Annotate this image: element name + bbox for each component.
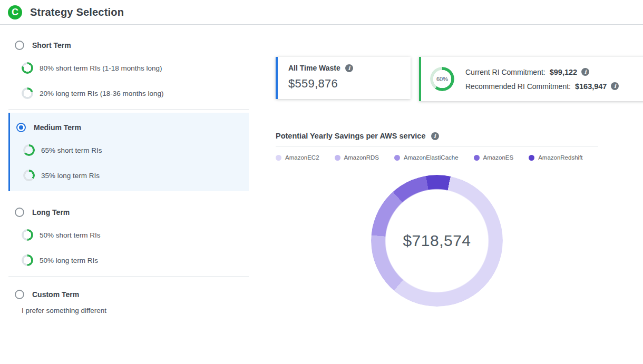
info-icon[interactable]: i — [345, 64, 353, 72]
custom-term-note: I prefer something different — [8, 304, 249, 323]
allocation-ring-icon — [22, 87, 33, 99]
allocation-ring-icon — [22, 229, 33, 241]
strategy-label: Custom Term — [32, 290, 79, 299]
strategy-group-long-term: Long Term50% short term RIs50% long term… — [8, 198, 249, 277]
strategy-option-short-term[interactable]: Short Term — [8, 31, 249, 55]
strategy-group-short-term: Short Term80% short term RIs (1-18 month… — [8, 31, 249, 110]
allocation-label: 80% short term RIs (1-18 months long) — [40, 64, 162, 72]
legend-label: AmazonRDS — [344, 154, 379, 161]
ri-commitment-rows: Current RI Commitment:$99,122iRecommende… — [465, 68, 619, 91]
allocation-option: 35% long term RIs — [10, 163, 249, 188]
all-time-waste-card: All Time Waste i $559,876 — [276, 57, 411, 99]
allocation-option: 20% long term RIs (18-36 months long) — [8, 81, 249, 106]
legend-item[interactable]: AmazonRedshift — [529, 154, 582, 161]
allocation-label: 50% long term RIs — [40, 257, 98, 264]
header: C Strategy Selection — [0, 0, 643, 25]
legend-dot — [335, 155, 340, 161]
app-logo-icon: C — [8, 5, 22, 19]
legend-label: AmazonEC2 — [285, 154, 319, 161]
legend-label: AmazonES — [483, 154, 514, 161]
commitment-value: $163,947 — [575, 82, 607, 91]
strategy-option-custom-term[interactable]: Custom Term — [8, 280, 249, 304]
legend-item[interactable]: AmazonEC2 — [276, 154, 319, 161]
page-title: Strategy Selection — [30, 6, 124, 18]
strategy-option-medium-term[interactable]: Medium Term — [10, 113, 249, 137]
allocation-option: 50% long term RIs — [8, 248, 249, 273]
radio-unselected-icon[interactable] — [15, 290, 24, 299]
strategy-label: Short Term — [32, 41, 71, 50]
chart-title: Potential Yearly Savings per AWS service — [276, 132, 426, 140]
ri-commitment-row: Current RI Commitment:$99,122i — [465, 68, 619, 76]
legend-label: AmazonRedshift — [538, 154, 582, 161]
commitment-value: $99,122 — [550, 68, 577, 76]
allocation-label: 50% short term RIs — [40, 231, 101, 239]
strategy-option-long-term[interactable]: Long Term — [8, 198, 249, 222]
radio-unselected-icon[interactable] — [15, 41, 24, 50]
legend-item[interactable]: AmazonES — [474, 154, 514, 161]
ri-commitment-row: Recommended RI Commitment:$163,947i — [465, 82, 619, 91]
allocation-option: 80% short term RIs (1-18 months long) — [8, 55, 249, 81]
info-icon[interactable]: i — [611, 82, 619, 90]
allocation-label: 20% long term RIs (18-36 months long) — [40, 90, 164, 97]
allocation-ring-icon — [23, 144, 35, 156]
legend-dot — [474, 155, 480, 161]
allocation-label: 65% short term RIs — [41, 146, 102, 154]
strategy-group-custom-term: Custom TermI prefer something different — [8, 280, 249, 326]
savings-chart-section: Potential Yearly Savings per AWS service… — [276, 132, 598, 307]
strategy-label: Long Term — [32, 208, 70, 217]
legend-dot — [529, 155, 534, 161]
all-time-waste-value: $559,876 — [288, 77, 400, 91]
legend-dot — [276, 155, 281, 161]
allocation-option: 65% short term RIs — [10, 137, 249, 163]
chart-legend: AmazonEC2AmazonRDSAmazonElastiCacheAmazo… — [276, 154, 598, 161]
gauge-percent-label: 60% — [430, 67, 454, 91]
strategy-label: Medium Term — [34, 123, 81, 132]
allocation-option: 50% short term RIs — [8, 222, 249, 248]
strategy-group-medium-term: Medium Term65% short term RIs35% long te… — [8, 113, 249, 191]
radio-selected-icon[interactable] — [16, 123, 26, 132]
info-icon[interactable]: i — [431, 132, 439, 140]
allocation-ring-icon — [23, 170, 35, 181]
commitment-label: Recommended RI Commitment: — [465, 82, 571, 91]
info-icon[interactable]: i — [581, 68, 589, 76]
legend-label: AmazonElastiCache — [404, 154, 459, 161]
savings-donut-chart: $718,574 — [371, 175, 503, 307]
all-time-waste-title: All Time Waste — [288, 64, 340, 72]
allocation-ring-icon — [22, 62, 33, 74]
strategy-list: Short Term80% short term RIs (1-18 month… — [8, 31, 249, 326]
commitment-label: Current RI Commitment: — [465, 68, 545, 76]
allocation-ring-icon — [22, 254, 33, 266]
donut-center-total: $718,574 — [371, 175, 503, 307]
allocation-label: 35% long term RIs — [41, 172, 100, 180]
ri-commitment-gauge: 60% — [430, 67, 454, 91]
legend-item[interactable]: AmazonElastiCache — [394, 154, 459, 161]
legend-item[interactable]: AmazonRDS — [335, 154, 379, 161]
ri-commitment-card: 60% Current RI Commitment:$99,122iRecomm… — [419, 57, 643, 101]
legend-dot — [394, 155, 400, 161]
radio-unselected-icon[interactable] — [15, 208, 24, 217]
strategy-selection-page: C Strategy Selection Short Term80% short… — [0, 0, 643, 364]
